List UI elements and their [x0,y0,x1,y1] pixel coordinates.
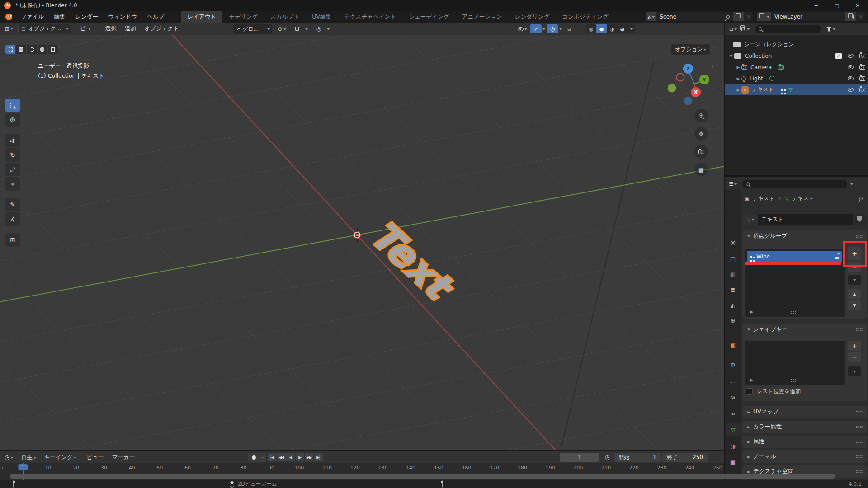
select-paint-button[interactable] [48,45,58,54]
workspace-tab-sculpting[interactable]: スカルプト [264,11,306,23]
timeline-frame-label[interactable]: 210 [601,465,611,471]
id-browse-button[interactable]: ▽▾ [743,214,758,225]
shape-key-specials-button[interactable]: ▾ [848,366,861,376]
pin-icon[interactable] [859,196,863,201]
properties-tab-data[interactable]: ▽ [726,423,741,436]
play-button[interactable]: ▶ [296,453,304,461]
workspace-tab-modeling[interactable]: モデリング [222,11,264,23]
vertex-group-move-up-button[interactable]: ▲ [848,289,861,299]
grip-icon[interactable] [856,328,863,331]
blender-menu-icon[interactable] [5,14,12,20]
properties-tab-constraints[interactable]: ∞ [725,407,741,420]
pin-icon[interactable] [726,14,731,19]
hide-viewport-icon[interactable] [848,65,854,69]
workspace-tab-uv[interactable]: UV編集 [306,11,338,23]
timeline-frame-label[interactable]: 20 [73,465,79,471]
shading-wireframe-button[interactable]: ◍ [586,24,596,33]
timeline-frame-label[interactable]: 70 [212,465,219,471]
object-visibility-dropdown[interactable]: ▾ [516,24,528,33]
vertex-group-item-wipe[interactable]: Wipe [747,251,842,263]
timeline-frame-label[interactable]: 190 [546,465,555,471]
current-frame-field[interactable]: 1 [560,453,599,462]
properties-tab-render[interactable]: ▤ [725,253,741,265]
viewport-menu-object[interactable]: オブジェクト [140,25,183,33]
viewlayer-browse-button[interactable]: ▾ [757,12,771,21]
shading-dropdown[interactable]: ▾ [627,24,635,33]
gizmo-axis-z[interactable]: Z [683,64,693,74]
frame-end-field[interactable]: 終了250 [662,453,708,462]
window-minimize-button[interactable]: ─ [806,0,826,11]
collection-checkbox[interactable]: ✓ [835,53,842,59]
workspace-tab-layout[interactable]: レイアウト [181,11,222,23]
tool-scale[interactable]: ⤢ [5,163,20,176]
tool-measure[interactable]: ∡ [5,212,20,226]
pan-button[interactable]: ✥ [694,127,708,141]
properties-tab-material[interactable]: ◑ [725,440,741,452]
timeline-frame-label[interactable]: 160 [462,465,472,471]
gizmo-axis-z-neg[interactable] [684,97,693,105]
frame-start-field[interactable]: 開始1 [614,453,661,462]
snap-dropdown[interactable]: ▾ [303,24,309,33]
grip-icon[interactable] [856,425,863,428]
hide-viewport-icon[interactable] [848,88,854,92]
timeline-editor-type-button[interactable]: ◷▾ [3,453,14,462]
properties-tab-output[interactable]: ▥ [725,268,741,281]
id-name-field[interactable]: テキスト [758,214,853,225]
outliner-row-camera[interactable]: ▶ Camera [725,61,868,73]
timeline-ruler[interactable]: 1102030405060708090100110120130140150160… [0,463,724,473]
tool-cursor[interactable]: ⊕ [5,113,20,127]
scene-new-button[interactable] [733,12,744,21]
rest-position-checkbox[interactable] [746,388,753,395]
timeline-frame-label[interactable]: 50 [156,465,163,471]
window-close-button[interactable]: ✕ [847,0,868,11]
timeline-frame-label[interactable]: 10 [45,465,52,471]
timeline-expand-arrow[interactable]: › [1,465,3,471]
timeline-menu-marker[interactable]: マーカー [108,454,139,461]
menu-render[interactable]: レンダー [70,11,103,23]
tool-rotate[interactable]: ↻ [5,148,20,162]
pivot-dropdown[interactable]: ⊙▾ [276,24,288,33]
disable-render-icon[interactable] [859,65,865,70]
viewport-3d[interactable]: ユーザー・透視投影 (1) Collection | テキスト ⊕ ↔↕ ↻ ⤢… [0,35,724,450]
breadcrumb-object[interactable]: テキスト [752,195,774,202]
vertex-groups-list[interactable]: Wipe ▶ [745,249,845,317]
grip-icon[interactable] [856,235,863,238]
outliner-row-collection[interactable]: ▼ Collection ✓ [725,50,868,61]
sidebar-toggle-arrow[interactable]: ‹ [712,63,713,69]
expand-caret-icon[interactable]: ▶ [735,88,741,92]
timeline-frame-label[interactable]: 250 [713,465,722,471]
gizmo-axis-x-neg[interactable] [676,73,685,82]
list-expand-icon[interactable]: ▶ [749,310,755,314]
properties-tab-modifiers[interactable]: ⚙ [725,358,741,371]
properties-editor-type-button[interactable]: ☰▾ [727,179,739,188]
timeline-scrollbar[interactable] [10,474,835,479]
panel-normals[interactable]: ▸ノーマル [742,450,867,463]
window-maximize-button[interactable]: ▢ [826,0,847,11]
timeline-frame-label[interactable]: 140 [406,465,415,471]
gizmos-toggle[interactable]: ↗ [530,24,542,33]
gizmo-axis-y[interactable]: Y [699,75,709,84]
viewlayer-new-button[interactable] [845,12,856,21]
play-reverse-button[interactable]: ◀ [286,453,295,461]
viewport-menu-select[interactable]: 選択 [101,25,121,33]
scene-name[interactable]: Scene [656,14,733,20]
panel-uv-maps[interactable]: ▸UVマップ [742,406,867,418]
snap-toggle[interactable] [291,24,303,33]
timeline-frame-label[interactable]: 200 [573,465,583,471]
breadcrumb-data[interactable]: テキスト [792,195,814,202]
perspective-toggle-button[interactable]: ▦ [694,163,708,176]
outliner-editor-type-button[interactable]: ⊟▾ [727,24,739,33]
disable-render-icon[interactable] [859,88,865,92]
properties-tab-scene[interactable]: ◭ [725,299,741,311]
menu-window[interactable]: ウィンドウ [103,11,142,23]
properties-search-input[interactable] [742,180,847,188]
tool-add-primitive[interactable]: ⊞ [5,233,20,247]
timeline-frame-label[interactable]: 60 [184,465,191,471]
grip-icon[interactable] [856,470,863,473]
workspace-tab-animation[interactable]: アニメーション [455,11,508,23]
timeline-frame-label[interactable]: 110 [322,465,332,471]
orientation-dropdown[interactable]: ↗グロ...▾ [233,24,272,34]
jump-to-end-button[interactable]: ▶| [314,453,323,461]
properties-search-dropdown[interactable]: ▾ [850,182,853,186]
timeline-frame-label[interactable]: 80 [240,465,246,471]
